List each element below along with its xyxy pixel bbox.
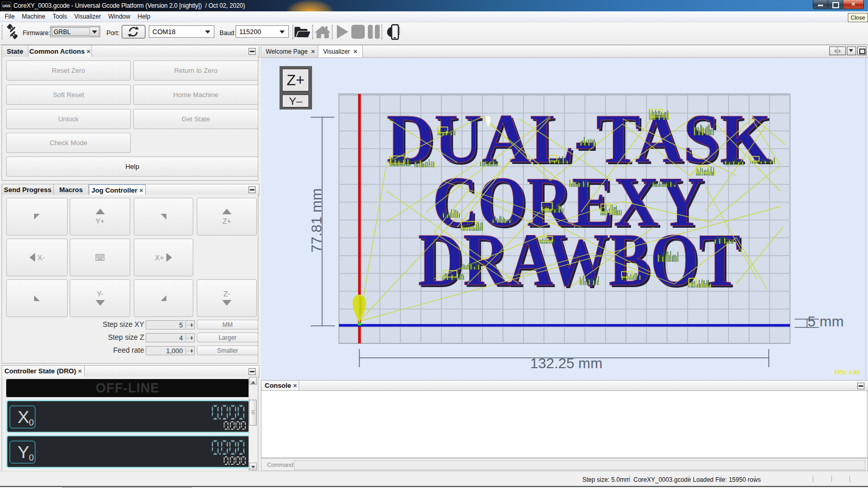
svg-text:5 mm: 5 mm xyxy=(808,313,844,329)
svg-text:0: 0 xyxy=(29,453,34,463)
svg-text:0: 0 xyxy=(29,418,34,428)
svg-text:77.81 mm: 77.81 mm xyxy=(308,188,324,253)
svg-text:Y: Y xyxy=(18,442,29,462)
svg-text:X: X xyxy=(18,407,29,427)
svg-text:132.25 mm: 132.25 mm xyxy=(530,355,602,371)
svg-text:OFF-LINE: OFF-LINE xyxy=(96,381,159,395)
